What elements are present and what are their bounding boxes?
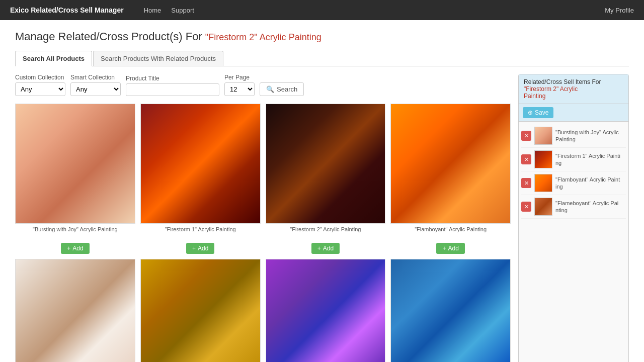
add-product-button[interactable]: + Add [311, 243, 340, 254]
navbar: Exico Related/Cross Sell Manager Home Su… [0, 0, 644, 20]
page-title: Manage Related/Cross Product(s) For "Fir… [15, 30, 629, 43]
product-grid: "Bursting with Joy" Acrylic Painting + A… [15, 104, 511, 362]
related-item-name: "Flameboyant" Acrylic Pai nting [555, 200, 626, 214]
search-icon: 🔍 [266, 85, 274, 93]
filters-row: Custom Collection Any Smart Collection A… [15, 74, 511, 96]
add-button-label: Add [198, 245, 208, 252]
add-product-button[interactable]: + Add [436, 243, 464, 254]
product-name-label: "Flamboyant" Acrylic Painting [390, 226, 511, 240]
right-panel-product-name: "Firestorm 2" AcrylicPainting [524, 85, 578, 100]
related-item-name: "Firestorm 1" Acrylic Painti ng [555, 152, 626, 167]
left-panel: Custom Collection Any Smart Collection A… [15, 74, 511, 362]
product-card: "Goldmining" Acrylic Painting + Add [140, 259, 261, 362]
related-thumbnail [534, 150, 552, 168]
navbar-link-home[interactable]: Home [144, 7, 162, 14]
save-button-label: Save [535, 109, 548, 116]
content-split: Custom Collection Any Smart Collection A… [15, 74, 629, 362]
product-name-label: "Bursting with Joy" Acrylic Painting [15, 226, 135, 240]
filter-smart-collection: Smart Collection Any [70, 74, 121, 96]
related-item-name: "Bursting with Joy" Acrylic Painting [555, 129, 626, 143]
product-thumbnail [141, 259, 260, 362]
related-thumbnail [534, 127, 552, 145]
page-product-name: "Firestorm 2" Acrylic Painting [205, 32, 321, 42]
per-page-label: Per Page [224, 74, 255, 81]
tab-search-all[interactable]: Search All Products [15, 51, 92, 66]
search-button[interactable]: 🔍 Search [260, 82, 304, 96]
product-card: "Flameboyant" Acrylic Painting + Add [15, 259, 135, 362]
navbar-my-profile[interactable]: My Profile [605, 7, 634, 14]
product-card: "Flamboyant" Acrylic Painting + Add [390, 104, 511, 254]
per-page-select[interactable]: 12 24 48 [224, 82, 255, 96]
product-title-label: Product Title [126, 75, 219, 82]
tabs: Search All Products Search Products With… [15, 51, 629, 66]
product-image [140, 259, 261, 362]
product-thumbnail [16, 104, 135, 223]
plus-icon: + [67, 245, 70, 252]
remove-related-button[interactable]: ✕ [521, 178, 531, 188]
add-product-button[interactable]: + Add [61, 243, 89, 254]
plus-icon: + [442, 245, 446, 252]
product-thumbnail [266, 259, 385, 362]
product-image [15, 104, 135, 224]
add-product-button[interactable]: + Add [186, 243, 214, 254]
product-thumbnail [141, 104, 260, 223]
add-button-label: Add [72, 245, 83, 252]
related-thumbnail [534, 174, 552, 192]
right-panel-toolbar: ⊕ Save [519, 104, 628, 122]
product-thumbnail [266, 104, 385, 223]
related-item: ✕ "Firestorm 1" Acrylic Painti ng [521, 148, 626, 171]
related-item: ✕ "Flamboyant" Acrylic Paint ing [521, 171, 626, 195]
save-button[interactable]: ⊕ Save [523, 107, 553, 118]
filter-product-title: Product Title [126, 75, 219, 96]
product-image [390, 259, 511, 362]
page-title-text: Manage Related/Cross Product(s) For [15, 30, 202, 43]
smart-collection-select[interactable]: Any [70, 82, 121, 96]
plus-icon: + [317, 245, 321, 252]
related-items-list: ✕ "Bursting with Joy" Acrylic Painting ✕… [519, 122, 628, 362]
product-thumbnail [391, 259, 510, 362]
product-image [266, 104, 386, 224]
add-button-label: Add [323, 245, 334, 252]
product-card: "Firestorm 1" Acrylic Painting + Add [140, 104, 261, 254]
navbar-left: Exico Related/Cross Sell Manager Home Su… [10, 6, 194, 14]
filter-custom-collection: Custom Collection Any [15, 74, 65, 96]
product-image [390, 104, 511, 224]
smart-collection-label: Smart Collection [70, 74, 121, 81]
custom-collection-label: Custom Collection [15, 74, 65, 81]
product-card: "Bursting with Joy" Acrylic Painting + A… [15, 104, 135, 254]
product-name-label: "Firestorm 1" Acrylic Painting [140, 226, 261, 240]
related-item: ✕ "Bursting with Joy" Acrylic Painting [521, 124, 626, 148]
plus-icon: + [192, 245, 196, 252]
product-name-label: "Firestorm 2" Acrylic Painting [266, 226, 386, 240]
navbar-link-support[interactable]: Support [171, 7, 194, 14]
product-image [140, 104, 261, 224]
right-panel-header: Related/Cross Sell Items For "Firestorm … [519, 74, 628, 104]
product-title-input[interactable] [126, 83, 219, 96]
related-item: ✕ "Flameboyant" Acrylic Pai nting [521, 195, 626, 219]
navbar-brand: Exico Related/Cross Sell Manager [10, 6, 124, 14]
remove-related-button[interactable]: ✕ [521, 154, 531, 164]
product-card: "Purple Passion" Acrylic Painting + Add [266, 259, 386, 362]
search-button-label: Search [277, 85, 297, 93]
custom-collection-select[interactable]: Any [15, 82, 65, 96]
product-image [15, 259, 135, 362]
related-item-name: "Flamboyant" Acrylic Paint ing [555, 176, 626, 191]
related-thumbnail [534, 198, 552, 216]
filter-per-page: Per Page 12 24 48 [224, 74, 255, 96]
save-icon: ⊕ [528, 109, 533, 116]
product-card: "Firestorm 2" Acrylic Painting + Add [266, 104, 386, 254]
remove-related-button[interactable]: ✕ [521, 202, 531, 212]
main-container: Manage Related/Cross Product(s) For "Fir… [0, 20, 644, 362]
right-panel-header-prefix: Related/Cross Sell Items For [524, 78, 601, 85]
product-image [266, 259, 386, 362]
remove-related-button[interactable]: ✕ [521, 131, 531, 141]
product-thumbnail [16, 259, 135, 362]
product-card: "Tidal Pool" Acrylic Painting + Add [390, 259, 511, 362]
product-thumbnail [391, 104, 510, 223]
tab-search-related[interactable]: Search Products With Related Products [93, 51, 223, 66]
right-panel: Related/Cross Sell Items For "Firestorm … [518, 74, 629, 362]
add-button-label: Add [448, 245, 458, 252]
